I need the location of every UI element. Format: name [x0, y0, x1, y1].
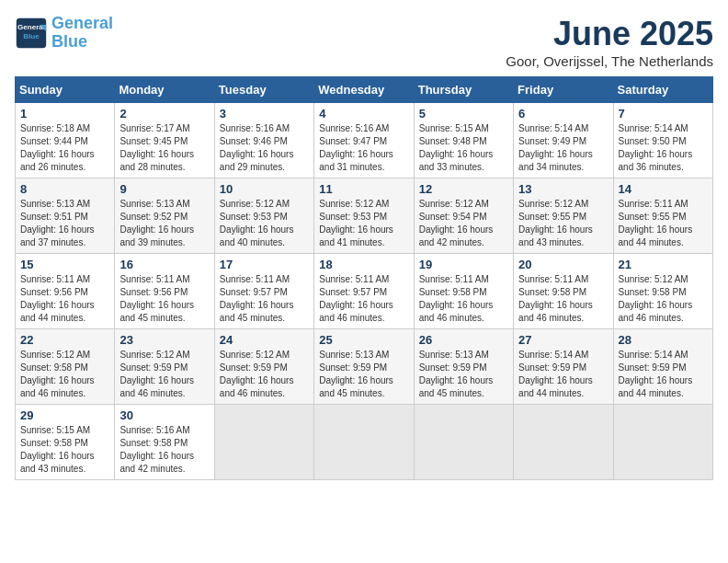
day-number: 30 — [119, 408, 209, 422]
calendar-cell: 13Sunrise: 5:12 AM Sunset: 9:55 PM Dayli… — [514, 178, 613, 254]
weekday-header-saturday: Saturday — [613, 77, 712, 103]
day-info: Sunrise: 5:13 AM Sunset: 9:52 PM Dayligh… — [119, 198, 209, 249]
day-number: 11 — [319, 182, 408, 196]
day-info: Sunrise: 5:14 AM Sunset: 9:59 PM Dayligh… — [619, 349, 708, 400]
calendar-cell: 17Sunrise: 5:11 AM Sunset: 9:57 PM Dayli… — [214, 254, 313, 329]
calendar-body: 1Sunrise: 5:18 AM Sunset: 9:44 PM Daylig… — [16, 103, 713, 480]
week-row-4: 22Sunrise: 5:12 AM Sunset: 9:58 PM Dayli… — [16, 329, 713, 405]
day-number: 17 — [220, 258, 309, 271]
day-number: 4 — [319, 107, 408, 121]
calendar-cell: 20Sunrise: 5:11 AM Sunset: 9:58 PM Dayli… — [514, 254, 613, 329]
logo-line2: Blue — [51, 32, 87, 51]
day-info: Sunrise: 5:12 AM Sunset: 9:53 PM Dayligh… — [319, 198, 408, 249]
day-info: Sunrise: 5:14 AM Sunset: 9:49 PM Dayligh… — [518, 122, 608, 174]
weekday-header-friday: Friday — [514, 77, 613, 103]
day-number: 28 — [619, 333, 708, 347]
calendar-cell: 1Sunrise: 5:18 AM Sunset: 9:44 PM Daylig… — [16, 103, 115, 178]
day-info: Sunrise: 5:12 AM Sunset: 9:55 PM Dayligh… — [518, 198, 608, 249]
day-info: Sunrise: 5:13 AM Sunset: 9:51 PM Dayligh… — [20, 198, 109, 249]
day-number: 3 — [220, 107, 309, 121]
day-info: Sunrise: 5:14 AM Sunset: 9:59 PM Dayligh… — [518, 349, 608, 400]
day-number: 20 — [518, 258, 608, 271]
day-info: Sunrise: 5:12 AM Sunset: 9:59 PM Dayligh… — [119, 349, 209, 400]
calendar-cell — [314, 405, 414, 480]
calendar-cell — [414, 405, 513, 480]
day-number: 10 — [220, 182, 309, 196]
calendar-cell: 10Sunrise: 5:12 AM Sunset: 9:53 PM Dayli… — [214, 178, 313, 254]
day-info: Sunrise: 5:16 AM Sunset: 9:46 PM Dayligh… — [220, 122, 309, 174]
day-number: 12 — [419, 182, 508, 196]
calendar-cell: 19Sunrise: 5:11 AM Sunset: 9:58 PM Dayli… — [414, 254, 513, 329]
day-number: 1 — [20, 107, 109, 121]
calendar-cell: 11Sunrise: 5:12 AM Sunset: 9:53 PM Dayli… — [314, 178, 414, 254]
calendar-cell: 5Sunrise: 5:15 AM Sunset: 9:48 PM Daylig… — [414, 103, 513, 178]
day-info: Sunrise: 5:16 AM Sunset: 9:58 PM Dayligh… — [119, 424, 209, 476]
logo: General Blue General Blue — [15, 15, 113, 52]
day-info: Sunrise: 5:11 AM Sunset: 9:56 PM Dayligh… — [20, 273, 109, 325]
day-info: Sunrise: 5:11 AM Sunset: 9:56 PM Dayligh… — [119, 273, 209, 325]
week-row-1: 1Sunrise: 5:18 AM Sunset: 9:44 PM Daylig… — [16, 103, 713, 178]
weekday-header-monday: Monday — [115, 77, 214, 103]
weekday-header-row: SundayMondayTuesdayWednesdayThursdayFrid… — [16, 77, 713, 103]
calendar-cell: 25Sunrise: 5:13 AM Sunset: 9:59 PM Dayli… — [314, 329, 414, 405]
day-number: 25 — [319, 333, 408, 347]
week-row-3: 15Sunrise: 5:11 AM Sunset: 9:56 PM Dayli… — [16, 254, 713, 329]
location-title: Goor, Overijssel, The Netherlands — [506, 53, 713, 69]
calendar-cell — [214, 405, 313, 480]
calendar-cell: 9Sunrise: 5:13 AM Sunset: 9:52 PM Daylig… — [115, 178, 214, 254]
day-info: Sunrise: 5:12 AM Sunset: 9:59 PM Dayligh… — [220, 349, 309, 400]
svg-text:Blue: Blue — [23, 32, 40, 40]
weekday-header-sunday: Sunday — [16, 77, 115, 103]
day-info: Sunrise: 5:13 AM Sunset: 9:59 PM Dayligh… — [319, 349, 408, 400]
calendar-cell: 15Sunrise: 5:11 AM Sunset: 9:56 PM Dayli… — [16, 254, 115, 329]
logo-icon: General Blue — [15, 17, 48, 50]
day-number: 9 — [119, 182, 209, 196]
day-number: 16 — [119, 258, 209, 271]
day-number: 14 — [619, 182, 708, 196]
calendar-cell: 22Sunrise: 5:12 AM Sunset: 9:58 PM Dayli… — [16, 329, 115, 405]
day-info: Sunrise: 5:11 AM Sunset: 9:55 PM Dayligh… — [619, 198, 708, 249]
calendar-cell: 6Sunrise: 5:14 AM Sunset: 9:49 PM Daylig… — [514, 103, 613, 178]
calendar-cell: 29Sunrise: 5:15 AM Sunset: 9:58 PM Dayli… — [16, 405, 115, 480]
day-number: 29 — [20, 408, 109, 422]
calendar-cell: 3Sunrise: 5:16 AM Sunset: 9:46 PM Daylig… — [214, 103, 313, 178]
day-number: 7 — [619, 107, 708, 121]
day-info: Sunrise: 5:11 AM Sunset: 9:57 PM Dayligh… — [319, 273, 408, 325]
day-number: 23 — [119, 333, 209, 347]
day-info: Sunrise: 5:13 AM Sunset: 9:59 PM Dayligh… — [419, 349, 508, 400]
calendar-cell: 23Sunrise: 5:12 AM Sunset: 9:59 PM Dayli… — [115, 329, 214, 405]
calendar-cell: 8Sunrise: 5:13 AM Sunset: 9:51 PM Daylig… — [16, 178, 115, 254]
day-info: Sunrise: 5:11 AM Sunset: 9:57 PM Dayligh… — [220, 273, 309, 325]
calendar-cell: 18Sunrise: 5:11 AM Sunset: 9:57 PM Dayli… — [314, 254, 414, 329]
weekday-header-wednesday: Wednesday — [314, 77, 414, 103]
calendar-cell: 28Sunrise: 5:14 AM Sunset: 9:59 PM Dayli… — [613, 329, 712, 405]
logo-line1: General — [51, 14, 113, 32]
day-info: Sunrise: 5:12 AM Sunset: 9:58 PM Dayligh… — [20, 349, 109, 400]
day-info: Sunrise: 5:16 AM Sunset: 9:47 PM Dayligh… — [319, 122, 408, 174]
calendar: SundayMondayTuesdayWednesdayThursdayFrid… — [15, 76, 713, 480]
calendar-cell — [514, 405, 613, 480]
day-number: 6 — [518, 107, 608, 121]
day-number: 27 — [518, 333, 608, 347]
calendar-cell: 21Sunrise: 5:12 AM Sunset: 9:58 PM Dayli… — [613, 254, 712, 329]
calendar-cell: 16Sunrise: 5:11 AM Sunset: 9:56 PM Dayli… — [115, 254, 214, 329]
day-info: Sunrise: 5:15 AM Sunset: 9:58 PM Dayligh… — [20, 424, 109, 476]
header: General Blue General Blue June 2025 Goor… — [15, 15, 713, 69]
week-row-5: 29Sunrise: 5:15 AM Sunset: 9:58 PM Dayli… — [16, 405, 713, 480]
calendar-cell: 14Sunrise: 5:11 AM Sunset: 9:55 PM Dayli… — [613, 178, 712, 254]
calendar-cell: 12Sunrise: 5:12 AM Sunset: 9:54 PM Dayli… — [414, 178, 513, 254]
day-info: Sunrise: 5:18 AM Sunset: 9:44 PM Dayligh… — [20, 122, 109, 174]
calendar-cell: 30Sunrise: 5:16 AM Sunset: 9:58 PM Dayli… — [115, 405, 214, 480]
day-info: Sunrise: 5:11 AM Sunset: 9:58 PM Dayligh… — [518, 273, 608, 325]
day-info: Sunrise: 5:12 AM Sunset: 9:58 PM Dayligh… — [619, 273, 708, 325]
day-number: 8 — [20, 182, 109, 196]
weekday-header-tuesday: Tuesday — [214, 77, 313, 103]
calendar-cell: 2Sunrise: 5:17 AM Sunset: 9:45 PM Daylig… — [115, 103, 214, 178]
day-info: Sunrise: 5:12 AM Sunset: 9:54 PM Dayligh… — [419, 198, 508, 249]
calendar-cell: 27Sunrise: 5:14 AM Sunset: 9:59 PM Dayli… — [514, 329, 613, 405]
title-area: June 2025 Goor, Overijssel, The Netherla… — [506, 15, 713, 69]
day-number: 15 — [20, 258, 109, 271]
day-info: Sunrise: 5:14 AM Sunset: 9:50 PM Dayligh… — [619, 122, 708, 174]
day-number: 22 — [20, 333, 109, 347]
day-info: Sunrise: 5:11 AM Sunset: 9:58 PM Dayligh… — [419, 273, 508, 325]
